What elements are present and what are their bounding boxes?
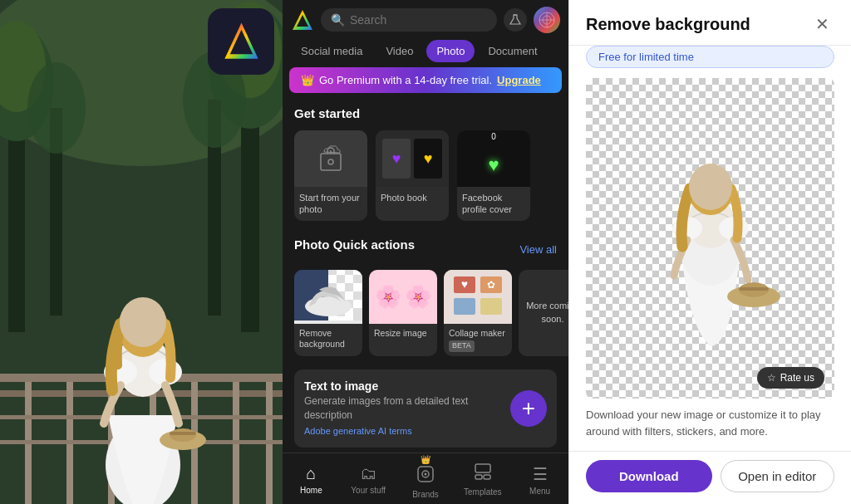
- fb-thumb: 0 ♥: [457, 130, 530, 187]
- tti-text: Text to image Generate images from a det…: [304, 379, 502, 438]
- svg-rect-55: [353, 308, 362, 321]
- svg-point-56: [305, 296, 352, 316]
- fb-profile-card[interactable]: 0 ♥ Facebook profile cover: [457, 130, 530, 221]
- beta-badge: BETA: [449, 340, 475, 352]
- resize-image-card[interactable]: 🌸 🌸 Resize image: [369, 270, 437, 356]
- tab-social-media[interactable]: Social media: [291, 40, 372, 62]
- nav-item-brands[interactable]: 👑 Brands: [402, 460, 448, 499]
- templates-icon: [474, 462, 492, 485]
- start-from-photo-card[interactable]: Start from your photo: [294, 130, 367, 221]
- nav-item-your-stuff[interactable]: 🗂 Your stuff: [346, 464, 391, 495]
- svg-rect-49: [345, 283, 353, 291]
- svg-rect-67: [475, 464, 490, 472]
- quick-actions-grid: Remove background 🌸 🌸 Resize image: [294, 270, 557, 356]
- fb-heart-area: ♥: [488, 143, 499, 187]
- resize-label: Resize image: [369, 324, 437, 344]
- folder-icon: 🗂: [360, 464, 376, 483]
- upgrade-link[interactable]: Upgrade: [497, 74, 541, 86]
- tti-description: Generate images from a detailed text des…: [304, 394, 502, 423]
- tti-title: Text to image: [304, 379, 502, 393]
- quick-actions-title: Photo Quick actions: [294, 237, 415, 252]
- tab-video[interactable]: Video: [376, 40, 423, 62]
- search-bar[interactable]: 🔍: [321, 8, 497, 32]
- brands-icon-wrap: 👑: [416, 460, 435, 487]
- svg-rect-76: [739, 287, 769, 291]
- svg-rect-40: [321, 154, 341, 170]
- search-input[interactable]: [350, 13, 487, 27]
- brands-label: Brands: [412, 490, 439, 499]
- premium-banner: 👑 Go Premium with a 14-day free trial. U…: [289, 67, 562, 93]
- start-photo-label: Start from your photo: [294, 187, 367, 221]
- nav-item-templates[interactable]: Templates: [460, 462, 505, 497]
- svg-point-41: [328, 159, 333, 164]
- rate-us-label: Rate us: [780, 372, 814, 384]
- svg-rect-45: [345, 270, 353, 275]
- heart-yellow-icon: ♥: [424, 150, 433, 168]
- flask-icon[interactable]: [504, 8, 527, 32]
- home-icon: ⌂: [306, 464, 316, 483]
- open-in-editor-button[interactable]: Open in editor: [721, 460, 835, 492]
- tti-terms-link[interactable]: Adobe generative AI terms: [304, 426, 412, 436]
- fb-profile-label: Facebook profile cover: [457, 187, 530, 221]
- tab-photo[interactable]: Photo: [426, 40, 475, 62]
- search-icon: 🔍: [331, 13, 345, 27]
- flower2-icon: 🌸: [405, 284, 431, 310]
- brands-icon: [416, 465, 435, 487]
- svg-rect-29: [170, 432, 196, 435]
- remove-bg-label: Remove background: [294, 324, 362, 355]
- flower-icon: 🌸: [375, 284, 401, 310]
- svg-text:✿: ✿: [487, 279, 495, 291]
- home-label: Home: [300, 486, 322, 495]
- collage-thumb: ♥ ✿: [444, 270, 512, 324]
- menu-icon: ☰: [533, 464, 548, 484]
- collage-maker-card[interactable]: ♥ ✿ Collage maker BETA: [444, 270, 512, 356]
- brands-crown-icon: 👑: [421, 455, 430, 464]
- image-preview-area: ☆ Rate us: [586, 78, 834, 399]
- right-panel: Remove background ✕ Free for limited tim…: [568, 0, 851, 504]
- top-bar: 🔍: [283, 0, 568, 40]
- heart-green-icon: ♥: [488, 154, 499, 176]
- download-button[interactable]: Download: [586, 460, 712, 492]
- heart-purple-icon: ♥: [392, 150, 401, 168]
- nav-item-menu[interactable]: ☰ Menu: [517, 464, 563, 496]
- background-photo: [0, 0, 283, 504]
- get-started-cards: Start from your photo ♥ ♥ Photo book 0: [294, 130, 557, 221]
- view-all-link[interactable]: View all: [519, 243, 557, 256]
- templates-label: Templates: [464, 487, 502, 497]
- photo-book-left-page: ♥: [382, 139, 411, 179]
- svg-rect-68: [475, 475, 482, 479]
- start-photo-thumb: [294, 130, 367, 187]
- svg-point-66: [424, 473, 426, 476]
- svg-point-31: [120, 297, 166, 347]
- nav-tabs: Social media Video Photo Document: [283, 40, 568, 62]
- adobe-app-logo: [208, 8, 274, 75]
- photo-book-label: Photo book: [376, 187, 449, 208]
- bottom-nav: ⌂ Home 🗂 Your stuff 👑 Brands: [283, 453, 568, 504]
- star-icon: ☆: [767, 372, 776, 384]
- nav-item-home[interactable]: ⌂ Home: [288, 464, 334, 495]
- svg-rect-47: [353, 275, 362, 283]
- svg-rect-60: [454, 298, 475, 315]
- fb-counter: 0: [486, 130, 501, 143]
- photo-book-right-page: ♥: [414, 139, 442, 179]
- content-area: Get started Start from your photo: [283, 98, 568, 453]
- top-bar-icons: [504, 7, 560, 33]
- remove-background-card[interactable]: Remove background: [294, 270, 362, 356]
- close-button[interactable]: ✕: [809, 12, 834, 37]
- svg-rect-51: [353, 291, 362, 300]
- premium-text: Go Premium with a 14-day free trial.: [319, 74, 492, 86]
- rate-us-button[interactable]: ☆ Rate us: [757, 367, 824, 389]
- right-header: Remove background ✕: [569, 0, 851, 46]
- globe-icon[interactable]: [534, 7, 560, 33]
- collage-label: Collage maker BETA: [444, 324, 512, 356]
- photo-book-card[interactable]: ♥ ♥ Photo book: [376, 130, 449, 221]
- free-badge: Free for limited time: [586, 46, 834, 68]
- text-to-image-section: Text to image Generate images from a det…: [294, 369, 557, 448]
- more-coming-label: More coming soon.: [522, 300, 568, 325]
- preview-description: Download your new image or customize it …: [586, 407, 834, 439]
- tab-document[interactable]: Document: [478, 40, 547, 62]
- photo-book-thumb: ♥ ♥: [376, 130, 449, 187]
- more-coming-card: More coming soon.: [519, 270, 568, 356]
- remove-bg-thumb: [294, 270, 362, 324]
- text-to-image-plus-button[interactable]: +: [510, 390, 547, 427]
